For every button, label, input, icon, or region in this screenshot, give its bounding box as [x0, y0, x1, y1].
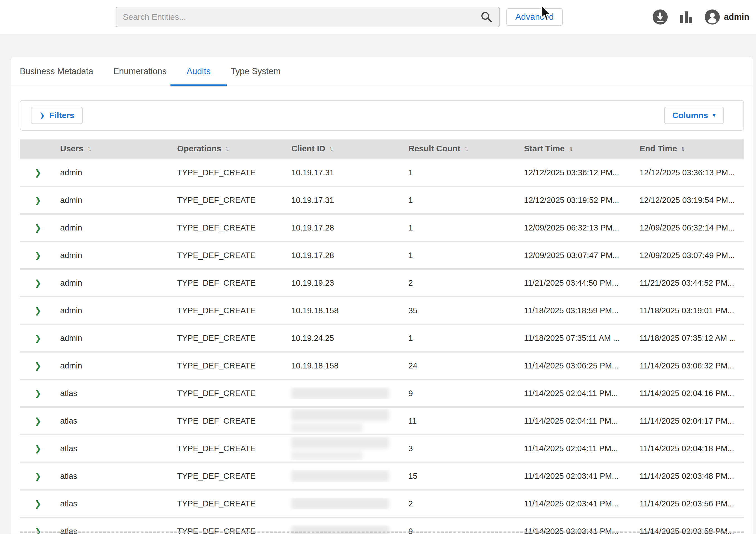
sort-icon: ↑↓ [225, 145, 230, 153]
table-row: ❯ atlas TYPE_DEF_CREATE 11 11/14/2025 02… [20, 407, 744, 434]
topbar-actions: admin [652, 0, 749, 34]
tab-bar: Business Metadata Enumerations Audits Ty… [11, 57, 753, 86]
table-row: ❯ admin TYPE_DEF_CREATE 10.19.19.23 2 11… [20, 268, 744, 296]
table-row: ❯ admin TYPE_DEF_CREATE 10.19.18.158 24 … [20, 351, 744, 379]
search-input[interactable] [123, 12, 480, 22]
cell-end-time: 12/12/2025 03:36:13 PM... [635, 168, 744, 177]
table-row: ❯ atlas TYPE_DEF_CREATE 2 11/14/2025 02:… [20, 489, 744, 517]
column-label: Start Time [524, 144, 565, 153]
cell-client-id [287, 409, 404, 433]
sort-icon: ↑↓ [681, 145, 685, 153]
search-icon[interactable] [480, 11, 493, 23]
cell-operation: TYPE_DEF_CREATE [173, 471, 287, 481]
cell-operation: TYPE_DEF_CREATE [173, 251, 287, 260]
cell-operation: TYPE_DEF_CREATE [173, 389, 287, 398]
user-avatar-icon [704, 9, 720, 25]
cell-operation: TYPE_DEF_CREATE [173, 306, 287, 315]
column-header-users[interactable]: Users ↑↓ [56, 144, 173, 153]
cell-operation: TYPE_DEF_CREATE [173, 361, 287, 370]
cell-start-time: 11/21/2025 03:44:50 PM... [520, 278, 635, 288]
cell-start-time: 11/14/2025 02:03:41 PM... [520, 471, 635, 481]
cell-end-time: 11/18/2025 07:35:12 AM ... [635, 334, 744, 343]
tab-business-metadata[interactable]: Business Metadata [20, 57, 93, 86]
table-row: ❯ admin TYPE_DEF_CREATE 10.19.17.28 1 12… [20, 241, 744, 268]
row-expander[interactable]: ❯ [20, 278, 56, 288]
column-header-operations[interactable]: Operations ↑↓ [173, 144, 287, 153]
table-row: ❯ atlas TYPE_DEF_CREATE 3 11/14/2025 02:… [20, 434, 744, 462]
audit-table-header: Users ↑↓ Operations ↑↓ Client ID ↑↓ Resu… [20, 139, 744, 158]
cell-users: atlas [56, 499, 173, 508]
redacted-client-id [291, 387, 389, 399]
screen: Advanced [0, 0, 756, 534]
statistics-bar-chart-icon[interactable] [678, 9, 694, 25]
cell-start-time: 11/18/2025 07:35:11 AM ... [520, 334, 635, 343]
chevron-right-icon: ❯ [34, 333, 41, 343]
cell-operation: TYPE_DEF_CREATE [173, 499, 287, 508]
admin-card: Business Metadata Enumerations Audits Ty… [11, 57, 753, 534]
column-header-result-count[interactable]: Result Count ↑↓ [404, 144, 520, 153]
row-expander[interactable]: ❯ [20, 471, 56, 481]
chevron-right-icon: ❯ [34, 361, 41, 371]
cell-client-id: 10.19.17.31 [287, 196, 404, 205]
audit-table-body: ❯ admin TYPE_DEF_CREATE 10.19.17.31 1 12… [20, 158, 744, 534]
column-header-client-id[interactable]: Client ID ↑↓ [287, 144, 404, 153]
cell-users: admin [56, 334, 173, 343]
cell-result-count: 9 [404, 527, 520, 534]
redacted-client-id [291, 498, 389, 510]
cell-users: admin [56, 278, 173, 288]
row-expander[interactable]: ❯ [20, 361, 56, 371]
cell-start-time: 11/14/2025 02:03:41 PM... [520, 527, 635, 534]
column-header-start-time[interactable]: Start Time ↑↓ [520, 144, 635, 153]
row-expander[interactable]: ❯ [20, 251, 56, 260]
cell-result-count: 1 [404, 251, 520, 260]
cell-end-time: 11/14/2025 02:03:48 PM... [635, 471, 744, 481]
row-expander[interactable]: ❯ [20, 416, 56, 426]
advanced-search-button[interactable]: Advanced [506, 8, 563, 26]
row-expander[interactable]: ❯ [20, 388, 56, 398]
redacted-client-id [291, 423, 363, 433]
cell-end-time: 12/09/2025 03:07:49 PM... [635, 251, 744, 260]
cell-operation: TYPE_DEF_CREATE [173, 278, 287, 288]
sort-icon: ↑↓ [329, 145, 334, 153]
row-expander[interactable]: ❯ [20, 223, 56, 233]
row-expander[interactable]: ❯ [20, 306, 56, 316]
cell-client-id [287, 470, 404, 482]
tab-type-system[interactable]: Type System [230, 57, 281, 86]
row-expander[interactable]: ❯ [20, 168, 56, 178]
cell-start-time: 11/14/2025 02:04:11 PM... [520, 444, 635, 453]
cell-start-time: 11/18/2025 03:18:59 PM... [520, 306, 635, 315]
chevron-right-icon: ❯ [34, 168, 41, 178]
cell-operation: TYPE_DEF_CREATE [173, 527, 287, 534]
cell-users: atlas [56, 416, 173, 426]
filters-button[interactable]: ❯ Filters [31, 107, 83, 124]
tab-audits[interactable]: Audits [187, 57, 211, 86]
cell-start-time: 12/09/2025 06:32:13 PM... [520, 223, 635, 233]
download-icon[interactable] [652, 9, 668, 25]
row-expander[interactable]: ❯ [20, 444, 56, 453]
cell-client-id: 10.19.24.25 [287, 334, 404, 343]
row-expander[interactable]: ❯ [20, 499, 56, 509]
column-label: End Time [639, 144, 677, 153]
cell-client-id [287, 437, 404, 460]
redacted-client-id [291, 451, 363, 460]
user-menu[interactable]: admin [704, 9, 749, 25]
cell-result-count: 1 [404, 334, 520, 343]
column-header-end-time[interactable]: End Time ↑↓ [635, 144, 744, 153]
cell-start-time: 11/14/2025 02:04:11 PM... [520, 389, 635, 398]
cell-users: admin [56, 223, 173, 233]
cell-end-time: 11/14/2025 02:04:16 PM... [635, 389, 744, 398]
caret-down-icon: ▾ [713, 112, 716, 119]
cell-start-time: 12/12/2025 03:19:52 PM... [520, 196, 635, 205]
cell-client-id: 10.19.19.23 [287, 278, 404, 288]
cell-operation: TYPE_DEF_CREATE [173, 168, 287, 177]
row-expander[interactable]: ❯ [20, 333, 56, 343]
cell-end-time: 11/18/2025 03:19:01 PM... [635, 306, 744, 315]
row-expander[interactable]: ❯ [20, 195, 56, 205]
cell-start-time: 12/09/2025 03:07:47 PM... [520, 251, 635, 260]
cell-client-id: 10.19.17.31 [287, 168, 404, 177]
chevron-right-icon: ❯ [34, 195, 41, 205]
tab-enumerations[interactable]: Enumerations [113, 57, 167, 86]
columns-button[interactable]: Columns ▾ [664, 107, 724, 124]
cell-users: atlas [56, 444, 173, 453]
cell-client-id [287, 498, 404, 510]
